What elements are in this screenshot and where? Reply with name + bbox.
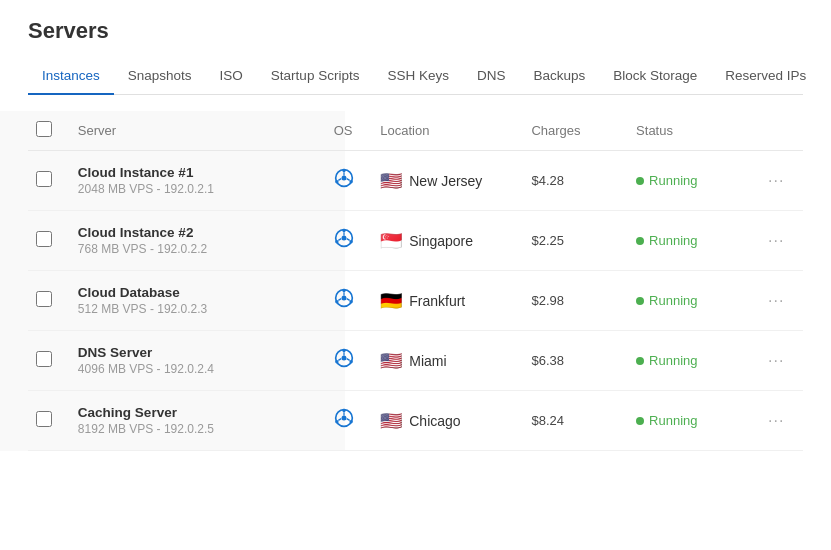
flag-icon-1: 🇸🇬 — [380, 230, 402, 252]
row-location-2: 🇩🇪 Frankfurt — [372, 271, 523, 331]
table-wrapper: Server OS Location Charges Status Cloud … — [28, 111, 803, 451]
row-os-3 — [326, 331, 373, 391]
server-sub-3: 4096 MB VPS - 192.0.2.4 — [78, 362, 318, 376]
tab-reserved-ips[interactable]: Reserved IPs — [711, 58, 820, 95]
more-options-button-2[interactable]: ··· — [764, 290, 788, 312]
svg-point-2 — [342, 169, 345, 172]
main-content: Server OS Location Charges Status Cloud … — [0, 95, 831, 550]
location-cell-1: 🇸🇬 Singapore — [380, 230, 515, 252]
server-name-3: DNS Server — [78, 345, 318, 360]
row-os-1 — [326, 211, 373, 271]
row-os-2 — [326, 271, 373, 331]
tab-instances[interactable]: Instances — [28, 58, 114, 95]
svg-point-27 — [349, 360, 352, 363]
table-row: Caching Server 8192 MB VPS - 192.0.2.5 — [28, 391, 803, 451]
select-all-cell — [28, 111, 70, 151]
server-name-1: Cloud Instance #2 — [78, 225, 318, 240]
svg-point-3 — [349, 180, 352, 183]
location-text-3: Miami — [409, 353, 446, 369]
row-os-4 — [326, 391, 373, 451]
row-charges-0: $4.28 — [523, 151, 628, 211]
server-sub-0: 2048 MB VPS - 192.0.2.1 — [78, 182, 318, 196]
col-header-charges: Charges — [523, 111, 628, 151]
svg-point-25 — [341, 356, 346, 361]
row-checkbox-2[interactable] — [36, 291, 52, 307]
table-row: DNS Server 4096 MB VPS - 192.0.2.4 — [28, 331, 803, 391]
select-all-checkbox[interactable] — [36, 121, 52, 137]
status-running-1: Running — [636, 233, 748, 248]
page-title: Servers — [28, 18, 803, 44]
server-sub-1: 768 MB VPS - 192.0.2.2 — [78, 242, 318, 256]
more-options-button-3[interactable]: ··· — [764, 350, 788, 372]
row-checkbox-1[interactable] — [36, 231, 52, 247]
svg-line-22 — [346, 299, 349, 301]
tab-snapshots[interactable]: Snapshots — [114, 58, 206, 95]
status-running-2: Running — [636, 293, 748, 308]
location-cell-4: 🇺🇸 Chicago — [380, 410, 515, 432]
tab-firew...[interactable]: Firew... — [820, 58, 831, 95]
svg-point-18 — [342, 289, 345, 292]
ubuntu-icon-1 — [334, 232, 354, 252]
row-checkbox-0[interactable] — [36, 171, 52, 187]
svg-line-23 — [338, 299, 341, 301]
row-checkbox-4[interactable] — [36, 411, 52, 427]
row-location-0: 🇺🇸 New Jersey — [372, 151, 523, 211]
col-header-status: Status — [628, 111, 756, 151]
svg-point-35 — [349, 420, 352, 423]
server-name-4: Caching Server — [78, 405, 318, 420]
location-cell-0: 🇺🇸 New Jersey — [380, 170, 515, 192]
flag-icon-4: 🇺🇸 — [380, 410, 402, 432]
status-dot-2 — [636, 297, 644, 305]
svg-line-6 — [346, 179, 349, 181]
svg-point-11 — [349, 240, 352, 243]
svg-point-4 — [335, 180, 338, 183]
svg-line-39 — [338, 419, 341, 421]
flag-icon-0: 🇺🇸 — [380, 170, 402, 192]
location-text-2: Frankfurt — [409, 293, 465, 309]
row-checkbox-cell — [28, 391, 70, 451]
status-dot-3 — [636, 357, 644, 365]
tab-block-storage[interactable]: Block Storage — [599, 58, 711, 95]
server-name-2: Cloud Database — [78, 285, 318, 300]
row-charges-1: $2.25 — [523, 211, 628, 271]
row-server-0: Cloud Instance #1 2048 MB VPS - 192.0.2.… — [70, 151, 326, 211]
tab-iso[interactable]: ISO — [206, 58, 257, 95]
tab-backups[interactable]: Backups — [519, 58, 599, 95]
row-actions-2: ··· — [756, 271, 803, 331]
row-status-1: Running — [628, 211, 756, 271]
table-row: Cloud Database 512 MB VPS - 192.0.2.3 — [28, 271, 803, 331]
svg-point-12 — [335, 240, 338, 243]
row-checkbox-cell — [28, 151, 70, 211]
row-status-3: Running — [628, 331, 756, 391]
row-server-1: Cloud Instance #2 768 MB VPS - 192.0.2.2 — [70, 211, 326, 271]
location-text-1: Singapore — [409, 233, 473, 249]
svg-point-10 — [342, 229, 345, 232]
row-status-4: Running — [628, 391, 756, 451]
svg-point-20 — [335, 300, 338, 303]
more-options-button-0[interactable]: ··· — [764, 170, 788, 192]
row-charges-4: $8.24 — [523, 391, 628, 451]
row-charges-3: $6.38 — [523, 331, 628, 391]
status-dot-0 — [636, 177, 644, 185]
server-name-0: Cloud Instance #1 — [78, 165, 318, 180]
tab-ssh-keys[interactable]: SSH Keys — [373, 58, 463, 95]
svg-point-33 — [341, 416, 346, 421]
row-location-4: 🇺🇸 Chicago — [372, 391, 523, 451]
row-checkbox-cell — [28, 331, 70, 391]
tab-dns[interactable]: DNS — [463, 58, 520, 95]
row-status-0: Running — [628, 151, 756, 211]
location-cell-2: 🇩🇪 Frankfurt — [380, 290, 515, 312]
tabs-wrapper: InstancesSnapshotsISOStartup ScriptsSSH … — [28, 58, 803, 95]
svg-point-19 — [349, 300, 352, 303]
server-sub-2: 512 MB VPS - 192.0.2.3 — [78, 302, 318, 316]
col-header-os: OS — [326, 111, 373, 151]
more-options-button-4[interactable]: ··· — [764, 410, 788, 432]
row-checkbox-3[interactable] — [36, 351, 52, 367]
col-header-server: Server — [70, 111, 326, 151]
tab-startup-scripts[interactable]: Startup Scripts — [257, 58, 374, 95]
col-header-location: Location — [372, 111, 523, 151]
ubuntu-icon-2 — [334, 292, 354, 312]
status-running-0: Running — [636, 173, 748, 188]
more-options-button-1[interactable]: ··· — [764, 230, 788, 252]
row-status-2: Running — [628, 271, 756, 331]
